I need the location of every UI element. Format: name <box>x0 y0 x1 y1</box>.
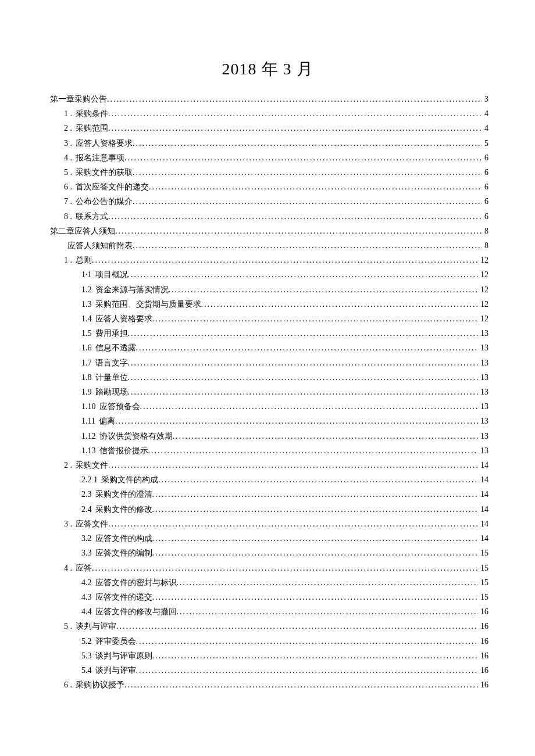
toc-dot-leader <box>128 356 479 370</box>
toc-entry-number: 1.2 <box>81 282 95 297</box>
toc-entry-label: 踏勘现场 <box>95 385 128 399</box>
toc-entry-label: 费用承担 <box>95 326 128 341</box>
toc-entry-number: 4 . <box>64 151 76 165</box>
toc-entry-label: 总则 <box>76 253 92 267</box>
toc-entry-page: 13 <box>478 414 488 428</box>
toc-entry-number: 8 . <box>64 209 76 224</box>
toc-entry-page: 8 <box>482 224 488 238</box>
toc-entry: 8 .联系方式6 <box>47 209 488 224</box>
toc-dot-leader <box>108 121 482 135</box>
toc-entry: 1 .总则12 <box>47 253 488 267</box>
toc-dot-leader <box>107 92 482 106</box>
toc-dot-leader <box>149 180 482 194</box>
toc-entry: 第一章采购公告3 <box>47 92 488 106</box>
toc-entry-label: 应答人须知前附表 <box>67 238 133 253</box>
toc-entry-page: 14 <box>478 472 488 487</box>
toc-dot-leader <box>133 136 482 151</box>
toc-entry-page: 16 <box>478 678 488 692</box>
toc-entry-label: 采购条件 <box>76 106 108 121</box>
toc-entry-number: 2 . <box>64 121 76 135</box>
toc-dot-leader <box>128 370 479 385</box>
toc-dot-leader <box>128 326 479 341</box>
toc-entry: 1.4 应答人资格要求12 <box>47 311 488 326</box>
toc-entry: 1 .采购条件4 <box>47 106 488 121</box>
toc-entry: 1.11 偏离13 <box>47 414 488 428</box>
toc-entry-label: 项目概况 <box>95 267 128 282</box>
toc-entry-label: 采购范围、交货期与质量要求 <box>95 297 201 311</box>
toc-entry-page: 12 <box>478 267 488 282</box>
toc-entry-page: 14 <box>478 502 488 517</box>
toc-entry-number: 4.2 <box>81 575 95 590</box>
toc-entry-page: 16 <box>478 634 488 648</box>
toc-entry-number: 6 . <box>64 180 76 194</box>
toc-entry-label: 信息不透露 <box>95 341 136 355</box>
toc-entry-label: 应答文件的构成 <box>95 531 152 546</box>
toc-entry-number: 1·1 <box>81 267 95 282</box>
toc-entry: 第二章应答人须知8 <box>47 224 488 238</box>
toc-entry-page: 13 <box>478 443 488 458</box>
toc-entry-page: 13 <box>478 356 488 370</box>
toc-entry-page: 12 <box>478 253 488 267</box>
toc-entry-label: 采购文件的修改 <box>95 502 152 517</box>
toc-entry-label: 谈判与评审原则 <box>95 648 152 663</box>
toc-entry-page: 16 <box>478 663 488 678</box>
toc-entry-label: 应答文件 <box>76 517 108 531</box>
toc-entry: 3.3 应答文件的编制15 <box>47 546 488 560</box>
toc-entry: 4.2 应答文件的密封与标识15 <box>47 575 488 590</box>
toc-dot-leader <box>124 151 482 165</box>
toc-entry-page: 6 <box>482 151 488 165</box>
toc-entry-number: 5.3 <box>81 648 95 663</box>
toc-entry: 1.6 信息不透露13 <box>47 341 488 355</box>
toc-entry-label: 信誉报价提示 <box>99 443 148 458</box>
toc-entry-label: 应答 <box>76 561 92 575</box>
toc-entry-label: 计量单位 <box>95 370 128 385</box>
toc-entry-number: 1.11 <box>81 414 99 428</box>
toc-entry: 3 .应答人资格要求5 <box>47 136 488 151</box>
toc-entry-label: 谈判与评审 <box>76 619 116 633</box>
toc-entry: 5.3 谈判与评审原则16 <box>47 648 488 663</box>
toc-entry: 2 .采购范围4 <box>47 121 488 135</box>
toc-entry-number: 1.4 <box>81 311 95 326</box>
toc-entry: 1.3 采购范围、交货期与质量要求12 <box>47 297 488 311</box>
toc-entry-label: 偏离 <box>99 414 115 428</box>
toc-entry-label: 第一章采购公告 <box>50 92 107 106</box>
toc-entry: 7 .公布公告的媒介6 <box>47 194 488 209</box>
toc-entry: 1.8 计量单位13 <box>47 370 488 385</box>
toc-entry-number: 1.9 <box>81 385 95 399</box>
toc-entry: 6 .采购协议授予16 <box>47 678 488 692</box>
toc-entry-label: 应答人资格要求 <box>95 311 152 326</box>
toc-entry-page: 13 <box>478 341 488 355</box>
toc-dot-leader <box>108 517 478 531</box>
toc-entry-page: 13 <box>478 370 488 385</box>
toc-entry-label: 第二章应答人须知 <box>50 224 115 238</box>
toc-entry: 4 .应答15 <box>47 561 488 575</box>
toc-dot-leader <box>92 253 478 267</box>
document-page: 2018 年 3 月 第一章采购公告31 .采购条件42 .采购范围43 .应答… <box>0 0 535 756</box>
toc-entry-label: 采购范围 <box>76 121 108 135</box>
toc-entry-page: 13 <box>478 429 488 443</box>
toc-entry: 5.2 评审委员会16 <box>47 634 488 648</box>
toc-dot-leader <box>152 502 479 517</box>
toc-entry-page: 14 <box>478 517 488 531</box>
toc-entry: 1.9 踏勘现场13 <box>47 385 488 399</box>
toc-entry-number: 1.12 <box>81 429 99 443</box>
toc-entry-number: 1.8 <box>81 370 95 385</box>
toc-dot-leader <box>133 165 482 180</box>
toc-entry-page: 3 <box>482 92 488 106</box>
toc-entry-label: 采购协议授予 <box>76 678 124 692</box>
toc-entry: 2 .采购文件14 <box>47 458 488 472</box>
toc-dot-leader <box>140 399 479 414</box>
toc-entry-number: 2.2 1 <box>81 472 101 487</box>
toc-entry-page: 5 <box>482 136 488 151</box>
toc-entry: 2.4 采购文件的修改14 <box>47 502 488 517</box>
toc-entry-number: 5.2 <box>81 634 95 648</box>
toc-dot-leader <box>201 297 479 311</box>
toc-entry-page: 12 <box>478 297 488 311</box>
toc-dot-leader <box>169 282 479 297</box>
toc-entry-number: 4 . <box>64 561 76 575</box>
toc-entry-label: 资金来源与落实情况 <box>95 282 169 297</box>
toc-entry-page: 6 <box>482 209 488 224</box>
toc-entry: 2.2 1采购文件的构成14 <box>47 472 488 487</box>
toc-entry-number: 7 . <box>64 194 76 209</box>
toc-entry-number: 1.3 <box>81 297 95 311</box>
